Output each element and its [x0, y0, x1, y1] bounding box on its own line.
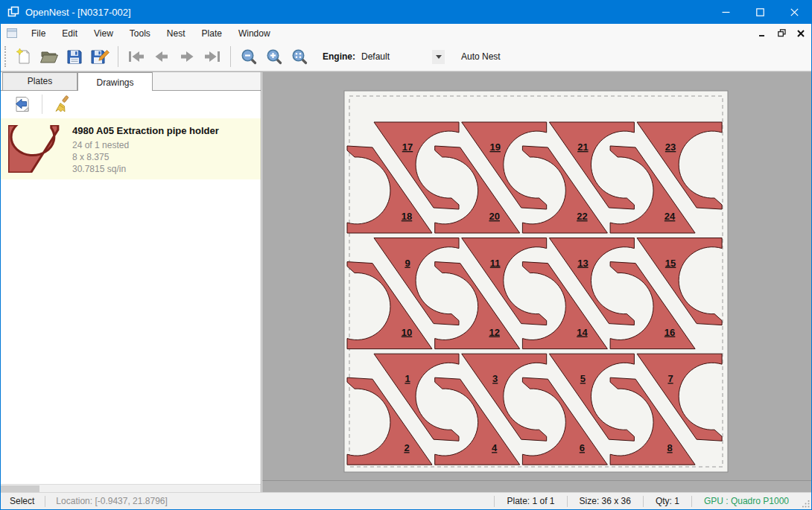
part-number-label: 14: [577, 327, 588, 338]
part-number-label: 18: [402, 211, 412, 222]
return-arrow-icon: [13, 95, 31, 113]
side-panel: Plates Drawings: [1, 72, 261, 492]
drawings-toolbar: [1, 91, 261, 118]
status-mode: Select: [1, 496, 45, 506]
part-number-label: 8: [667, 442, 672, 453]
engine-label: Engine:: [323, 51, 355, 62]
save-button[interactable]: [63, 45, 86, 68]
next-plate-button[interactable]: [175, 45, 199, 68]
drawing-nested-count: 24 of 1 nested: [72, 139, 219, 151]
zoom-extents-button[interactable]: [288, 45, 311, 68]
part-number-label: 19: [489, 141, 500, 153]
mdi-minimize-button[interactable]: [756, 28, 768, 39]
panel-scrollbar-thumb[interactable]: [1, 485, 39, 492]
resize-grip[interactable]: [801, 493, 811, 509]
close-icon: [790, 8, 799, 16]
open-folder-icon: [39, 48, 59, 66]
drawing-area: 30.7815 sq/in: [72, 163, 219, 175]
toolbar-grip[interactable]: [4, 46, 7, 67]
part-number-label: 16: [664, 327, 675, 338]
part-number-label: 22: [577, 211, 587, 222]
mdi-restore-button[interactable]: [775, 28, 787, 39]
menu-plate[interactable]: Plate: [194, 25, 230, 42]
new-button[interactable]: [12, 45, 36, 68]
first-arrow-icon: [127, 48, 146, 66]
part-number-label: 2: [404, 442, 409, 453]
part-number-label: 11: [490, 258, 501, 269]
menu-view[interactable]: View: [86, 25, 121, 42]
menu-nest[interactable]: Nest: [159, 25, 194, 42]
tab-drawings[interactable]: Drawings: [77, 72, 153, 91]
save-as-icon: [90, 48, 110, 66]
previous-arrow-icon: [153, 48, 171, 66]
title-bar[interactable]: OpenNest - [N0317-002]: [1, 0, 811, 24]
part-number-label: 3: [492, 373, 498, 384]
window-title: OpenNest - [N0317-002]: [25, 7, 131, 18]
part-number-label: 23: [665, 141, 676, 153]
new-document-icon: [15, 48, 33, 66]
tab-plates[interactable]: Plates: [2, 72, 77, 90]
canvas-horizontal-scrollbar[interactable]: [262, 480, 811, 492]
drawing-title: 4980 A05 Extraction pipe holder: [72, 125, 219, 136]
status-plate: Plate: 1 of 1: [495, 496, 566, 506]
zoom-in-button[interactable]: [262, 45, 286, 68]
part-number-label: 7: [667, 373, 673, 384]
menu-tools[interactable]: Tools: [121, 25, 159, 42]
part-number-label: 1: [405, 373, 410, 384]
previous-plate-button[interactable]: [150, 45, 174, 68]
zoom-out-button[interactable]: [237, 45, 261, 68]
document-window-icon[interactable]: [7, 28, 17, 38]
engine-value: Default: [361, 51, 432, 62]
part-number-label: 20: [489, 211, 499, 222]
status-bar: Select Location: [-0.9437, 21.8796] Plat…: [1, 492, 811, 509]
return-to-drawings-button[interactable]: [10, 92, 34, 116]
menu-window[interactable]: Window: [230, 25, 279, 42]
panel-toolbar-separator: [42, 95, 42, 114]
part-number-label: 4: [492, 442, 498, 453]
part-thumbnail-shape: [8, 125, 58, 173]
broom-icon: [53, 95, 71, 113]
open-button[interactable]: [37, 45, 61, 68]
last-arrow-icon: [203, 48, 222, 66]
menu-edit[interactable]: Edit: [54, 25, 86, 42]
plate-svg[interactable]: 171819202122232491011121314151612345678: [262, 72, 812, 494]
minimize-button[interactable]: [708, 0, 743, 24]
mdi-close-button[interactable]: [795, 28, 807, 39]
part-number-label: 17: [402, 141, 413, 153]
zoom-out-icon: [240, 48, 258, 66]
panel-horizontal-scrollbar[interactable]: [1, 484, 261, 492]
part-number-label: 5: [580, 373, 586, 384]
part-number-label: 10: [402, 327, 412, 338]
drawing-size: 8 x 8.375: [72, 151, 219, 163]
engine-select[interactable]: Default: [361, 48, 445, 65]
save-as-button[interactable]: [88, 45, 112, 68]
part-number-label: 13: [577, 258, 588, 269]
part-number-label: 12: [489, 327, 499, 338]
panel-tabs: Plates Drawings: [1, 72, 261, 91]
last-plate-button[interactable]: [200, 45, 224, 68]
close-button[interactable]: [777, 0, 811, 24]
status-location: Location: [-0.9437, 21.8796]: [45, 496, 177, 506]
part-number-label: 6: [580, 442, 585, 453]
save-icon: [66, 48, 83, 66]
part-number-label: 15: [665, 258, 676, 269]
clear-drawings-button[interactable]: [50, 92, 74, 116]
part-number-label: 24: [664, 211, 676, 222]
part-number-label: 21: [577, 141, 588, 153]
toolbar-separator: [230, 46, 231, 67]
next-arrow-icon: [178, 48, 196, 66]
drawing-list-item[interactable]: 4980 A05 Extraction pipe holder 24 of 1 …: [1, 118, 261, 179]
part-number-label: 9: [405, 258, 410, 269]
first-plate-button[interactable]: [124, 45, 148, 68]
toolbar-separator: [118, 46, 118, 67]
menu-file[interactable]: File: [23, 25, 54, 42]
status-qty: Qty: 1: [644, 496, 691, 506]
auto-nest-button[interactable]: Auto Nest: [455, 48, 507, 66]
minimize-icon: [722, 8, 730, 16]
status-gpu: GPU : Quadro P1000: [692, 496, 801, 506]
nest-canvas[interactable]: 171819202122232491011121314151612345678: [262, 72, 811, 492]
maximize-button[interactable]: [743, 0, 777, 24]
engine-dropdown-arrow-icon[interactable]: [432, 50, 445, 64]
status-size: Size: 36 x 36: [568, 496, 643, 506]
zoom-extents-icon: [291, 48, 308, 66]
